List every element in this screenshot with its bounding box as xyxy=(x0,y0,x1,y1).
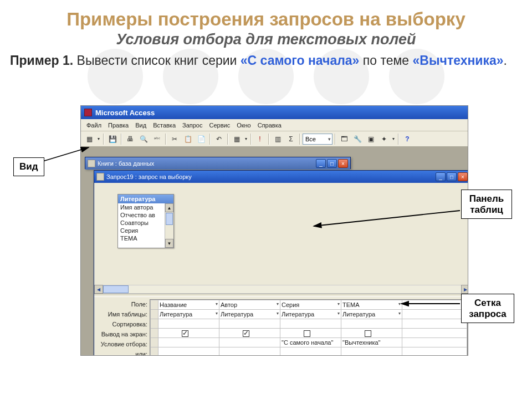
totals-button[interactable]: Σ xyxy=(285,133,297,145)
cell-table[interactable]: Литература xyxy=(219,310,280,319)
db-window-title: Книги : база данных xyxy=(98,160,154,167)
cell-field[interactable]: ТЕМА xyxy=(341,300,402,310)
scroll-thumb[interactable] xyxy=(166,213,173,225)
field-scrollbar[interactable]: ▲ ▼ xyxy=(165,203,173,248)
label-sort: Сортировка: xyxy=(94,319,150,329)
row-criteria[interactable]: "С самого начала" "Вычтехника" xyxy=(151,338,467,347)
cell-show[interactable] xyxy=(219,329,280,338)
close-button[interactable]: × xyxy=(458,172,468,181)
close-button[interactable]: × xyxy=(338,159,348,168)
cell-field[interactable]: Автор xyxy=(219,300,280,310)
checkbox-icon[interactable] xyxy=(182,330,188,337)
checkbox-icon[interactable] xyxy=(304,330,310,337)
scroll-down-icon[interactable]: ▼ xyxy=(165,239,173,248)
cell-criteria[interactable] xyxy=(219,338,280,347)
query-design-window[interactable]: Запрос19 : запрос на выборку _ □ × Литер… xyxy=(94,170,468,355)
querytype-dropdown[interactable]: ▾ xyxy=(244,133,248,145)
cut-button[interactable]: ✂ xyxy=(168,133,181,145)
slide-title: Примеры построения запросов на выборку xyxy=(10,9,522,30)
cell-criteria[interactable]: "С самого начала" xyxy=(280,338,341,347)
menu-tools[interactable]: Сервис xyxy=(206,121,233,130)
checkbox-icon[interactable] xyxy=(243,330,249,337)
spellcheck-button[interactable]: ᵃᵇᶜ xyxy=(151,133,163,145)
row-or[interactable] xyxy=(151,347,467,356)
copy-button[interactable]: 📋 xyxy=(182,133,194,145)
toolbar-sep xyxy=(121,134,122,145)
callout-query-grid: Сетка запроса xyxy=(461,294,514,323)
app-title: Microsoft Access xyxy=(95,109,155,117)
menu-window[interactable]: Окно xyxy=(233,121,254,130)
label-show: Вывод на экран: xyxy=(94,329,150,339)
menubar[interactable]: Файл Правка Вид Вставка Запрос Сервис Ок… xyxy=(81,119,468,131)
example-text: Пример 1. Вывести список книг серии «С с… xyxy=(10,53,522,69)
label-field: Поле: xyxy=(94,299,150,309)
table-fields-list[interactable]: Имя автора Отчество ав Соавторы Серия ТЕ… xyxy=(118,203,173,248)
svg-line-1 xyxy=(314,211,460,226)
toolbar-sep xyxy=(250,134,252,145)
label-table: Имя таблицы: xyxy=(94,309,150,319)
toolbar-sep xyxy=(268,134,269,145)
menu-edit[interactable]: Правка xyxy=(105,121,132,130)
checkbox-icon[interactable] xyxy=(365,330,371,337)
topvalues-combo[interactable]: Все xyxy=(303,134,332,145)
cell-table[interactable]: Литература xyxy=(341,310,402,319)
table-card-title[interactable]: Литература xyxy=(118,195,173,203)
scroll-left-icon[interactable]: ◀ xyxy=(94,285,103,294)
example-label: Пример 1. xyxy=(10,53,73,68)
cell-table[interactable]: Литература xyxy=(158,310,219,319)
maximize-button[interactable]: □ xyxy=(327,159,337,168)
minimize-button[interactable]: _ xyxy=(436,172,446,181)
maximize-button[interactable]: □ xyxy=(447,172,457,181)
build-button[interactable]: 🔧 xyxy=(351,133,364,145)
svg-line-0 xyxy=(41,147,89,162)
menu-view[interactable]: Вид xyxy=(132,121,150,130)
print-button[interactable]: 🖶 xyxy=(124,133,136,145)
toolbar-sep xyxy=(165,134,166,145)
dbwindow-button[interactable]: ▣ xyxy=(365,133,377,145)
toolbar-sep xyxy=(227,134,228,145)
cell-show[interactable] xyxy=(341,329,402,338)
menu-query[interactable]: Запрос xyxy=(179,121,206,130)
row-sort[interactable] xyxy=(151,319,467,329)
view-dropdown[interactable]: ▾ xyxy=(96,133,101,145)
callout-tables-panel: Панель таблиц xyxy=(461,190,512,219)
scroll-up-icon[interactable]: ▲ xyxy=(165,203,173,212)
newobject-button[interactable]: ✦ xyxy=(378,133,390,145)
menu-insert[interactable]: Вставка xyxy=(150,121,179,130)
showtable-button[interactable]: ▥ xyxy=(272,133,284,145)
scroll-thumb[interactable] xyxy=(103,285,129,293)
scroll-right-icon[interactable]: ▶ xyxy=(461,285,468,294)
menu-file[interactable]: Файл xyxy=(83,121,105,130)
view-button[interactable]: ▦ xyxy=(83,133,95,145)
slide-subtitle: Условия отбора для текстовых полей xyxy=(10,31,522,48)
help-button[interactable]: ? xyxy=(401,133,413,145)
app-titlebar[interactable]: Microsoft Access xyxy=(81,106,468,119)
label-or: или: xyxy=(94,349,150,355)
undo-button[interactable]: ↶ xyxy=(213,133,225,145)
db-window[interactable]: Книги : база данных _ □ × xyxy=(85,157,351,169)
tables-hscroll[interactable]: ◀ ▶ xyxy=(94,285,468,294)
table-card-literatura[interactable]: Литература Имя автора Отчество ав Соавто… xyxy=(117,194,174,248)
properties-button[interactable]: 🗔 xyxy=(338,133,350,145)
minimize-button[interactable]: _ xyxy=(316,159,326,168)
cell-show[interactable] xyxy=(158,329,219,338)
label-criteria: Условие отбора: xyxy=(94,339,150,349)
cell-criteria[interactable] xyxy=(158,338,219,347)
save-button[interactable]: 💾 xyxy=(106,133,119,145)
cell-field[interactable]: Серия xyxy=(280,300,341,310)
cell-criteria[interactable]: "Вычтехника" xyxy=(341,338,402,347)
cell-table[interactable]: Литература xyxy=(280,310,341,319)
newobject-dropdown[interactable]: ▾ xyxy=(391,133,396,145)
preview-button[interactable]: 🔍 xyxy=(137,133,150,145)
menu-help[interactable]: Справка xyxy=(254,121,285,130)
toolbar-sep xyxy=(335,134,336,145)
row-show[interactable] xyxy=(151,329,467,338)
tables-pane[interactable]: Литература Имя автора Отчество ав Соавто… xyxy=(94,183,468,294)
access-app-icon xyxy=(84,109,92,116)
querytype-button[interactable]: ▦ xyxy=(231,133,243,145)
cell-field[interactable]: Название xyxy=(158,300,219,310)
run-button[interactable]: ! xyxy=(254,133,266,145)
example-quote-2: «Вычтехника» xyxy=(413,53,504,68)
paste-button[interactable]: 📄 xyxy=(195,133,207,145)
cell-show[interactable] xyxy=(280,329,341,338)
